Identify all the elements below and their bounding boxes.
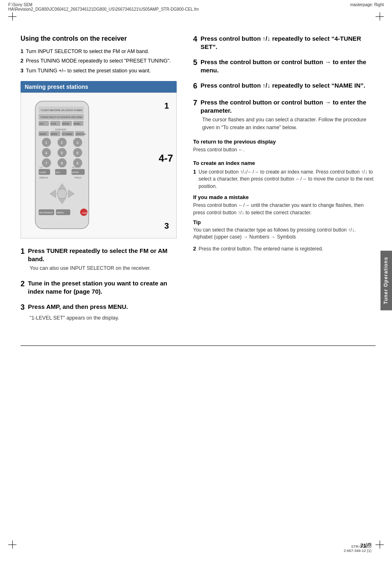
right-step-5-heading: Press the control button or control butt… — [201, 58, 376, 74]
create-step-1-body: Use control button ↑/↓/←/→ to create an … — [198, 169, 376, 190]
svg-text:8: 8 — [61, 161, 63, 165]
crosshair-bottom-right — [376, 540, 384, 549]
svg-text:MUSIC: MUSIC — [74, 123, 81, 125]
create-step-1: 1 Use control button ↑/↓/←/→ to create a… — [193, 169, 376, 190]
remote-label-1: 1 — [164, 101, 169, 111]
right-step-5-num: 5 — [193, 58, 197, 74]
left-step-2-num: 2 — [21, 279, 25, 295]
bottom-info: STR-DG800 2-667-346-12 (1) — [344, 545, 371, 553]
create-step-1-num: 1 — [193, 169, 196, 190]
left-step-3: 3 Press AMP, and then press MENU. "1-LEV… — [21, 303, 177, 322]
prereq-text-3: Turn TUNING +/– to select the preset sta… — [26, 67, 151, 75]
top-right-meta: masterpage: Right — [350, 2, 384, 12]
right-step-4-num: 4 — [193, 35, 197, 51]
svg-text:MENU: MENU — [57, 211, 64, 214]
svg-point-54 — [57, 189, 67, 199]
left-step-1-body: You can also use INPUT SELECTOR on the r… — [30, 264, 177, 272]
crosshair-top-left — [8, 12, 16, 21]
crosshair-bottom-left — [8, 540, 16, 549]
right-step-5: 5 Press the control button or control bu… — [193, 58, 376, 74]
right-step-7-heading: Press the control button or control butt… — [201, 98, 376, 114]
prereq-text-2: Press TUNING MODE repeatedly to select "… — [26, 58, 171, 65]
svg-text:CATEGORY: CATEGORY — [55, 128, 67, 131]
right-step-7: 7 Press the control button or control bu… — [193, 98, 376, 131]
bottom-code: 2-667-346-12 (1) — [344, 549, 371, 553]
prereq-item-1: 1 Turn INPUT SELECTOR to select the FM o… — [21, 48, 177, 56]
page-container: F:\Sony SEM HA\Revision2_DG800\JC060412_… — [0, 0, 392, 561]
right-step-5-header: 5 Press the control button or control bu… — [193, 58, 376, 74]
svg-text:TOOLS: TOOLS — [74, 176, 82, 179]
svg-text:MOVIE: MOVIE — [62, 123, 69, 125]
svg-text:A.F.D.: A.F.D. — [51, 123, 57, 125]
svg-text:2: 2 — [61, 141, 63, 145]
prereq-text-1: Turn INPUT SELECTOR to select the FM or … — [26, 48, 149, 56]
svg-text:7: 7 — [45, 161, 47, 165]
page-divider — [21, 345, 376, 346]
right-step-7-header: 7 Press the control button or control bu… — [193, 98, 376, 114]
svg-text:5: 5 — [61, 151, 63, 155]
right-column: 4 Press control button ↑/↓ repeatedly to… — [189, 35, 376, 329]
svg-text:D.TUNING: D.TUNING — [62, 133, 72, 135]
top-left-text1: F:\Sony SEM — [8, 2, 32, 7]
svg-text:2CH: 2CH — [39, 123, 44, 125]
left-column: Using the controls on the receiver 1 Tur… — [21, 35, 177, 329]
remote-container: TV/SAT MD/TAPE SA-CD/CD TUNER PHONO MULT… — [21, 93, 177, 239]
create-step-2-num: 2 — [193, 246, 196, 253]
svg-text:1: 1 — [45, 141, 47, 145]
svg-text:0/10: 0/10 — [55, 171, 60, 174]
section-heading: Using the controls on the receiver — [21, 35, 177, 43]
bottom-model: STR-DG800 — [344, 545, 371, 549]
svg-text:9: 9 — [76, 161, 78, 165]
prereq-num-3: 3 — [21, 67, 23, 75]
svg-text:ENTER: ENTER — [72, 171, 79, 174]
left-step-2-heading: Tune in the preset station you want to c… — [28, 279, 177, 295]
svg-text:PHONO  MULTI CH  SOURCE  2ND Z: PHONO MULTI CH SOURCE 2ND ZONE — [41, 116, 83, 118]
left-step-1-header: 1 Press TUNER repeatedly to select the F… — [21, 247, 177, 263]
main-content: Using the controls on the receiver 1 Tur… — [0, 14, 392, 345]
svg-text:>10: >10 — [39, 166, 43, 169]
left-step-1: 1 Press TUNER repeatedly to select the F… — [21, 247, 177, 272]
right-step-7-num: 7 — [193, 98, 197, 114]
right-step-6-header: 6 Press control button ↑/↓ repeatedly to… — [193, 81, 376, 91]
right-step-4-heading: Press control button ↑/↓ repeatedly to s… — [201, 35, 376, 51]
tip-body: You can select the character type as fol… — [193, 227, 376, 241]
top-left-text2: HA\Revision2_DG800\JC060412_2667346121DG… — [8, 7, 199, 12]
svg-text:MEMORY: MEMORY — [72, 166, 81, 169]
left-step-3-header: 3 Press AMP, and then press MENU. — [21, 303, 177, 312]
svg-text:SLEEP: SLEEP — [39, 133, 46, 135]
left-step-1-heading: Press TUNER repeatedly to select the FM … — [28, 247, 177, 263]
prereq-list: 1 Turn INPUT SELECTOR to select the FM o… — [21, 48, 177, 75]
left-step-3-body: "1-LEVEL SET" appears on the display. — [30, 314, 177, 322]
side-tab: Tuner Operations — [380, 250, 392, 310]
right-step-6-num: 6 — [193, 81, 197, 91]
prereq-item-3: 3 Turn TUNING +/– to select the preset s… — [21, 67, 177, 75]
remote-label-4-7: 4-7 — [159, 153, 173, 164]
svg-text:6: 6 — [76, 151, 78, 155]
left-step-2: 2 Tune in the preset station you want to… — [21, 279, 177, 295]
right-step-6: 6 Press control button ↑/↓ repeatedly to… — [193, 81, 376, 91]
left-step-2-header: 2 Tune in the preset station you want to… — [21, 279, 177, 295]
right-step-4: 4 Press control button ↑/↓ repeatedly to… — [193, 35, 376, 51]
to-return-heading: To return to the previous display — [193, 139, 376, 145]
blue-box-title: Naming preset stations — [21, 81, 177, 93]
if-mistake-body: Press control button ←/→ until the chara… — [193, 202, 376, 216]
tip-box: Tip You can select the character type as… — [193, 220, 376, 241]
crosshair-top-right — [376, 12, 384, 21]
svg-text:CLEAR: CLEAR — [39, 171, 46, 174]
create-step-2-body: Press the control button. The entered na… — [198, 246, 323, 253]
to-create-heading: To create an index name — [193, 160, 376, 166]
remote-label-3: 3 — [164, 221, 169, 231]
left-step-3-num: 3 — [21, 303, 25, 312]
create-step-2: 2 Press the control button. The entered … — [193, 246, 376, 253]
svg-text:4: 4 — [45, 151, 47, 155]
to-return-body: Press control button ←. — [193, 146, 376, 153]
svg-text:TV/SAT  MD/TAPE  SA-CD/CD  TUN: TV/SAT MD/TAPE SA-CD/CD TUNER — [41, 109, 83, 111]
right-step-7-body: The cursor flashes and you can select a … — [202, 116, 376, 131]
svg-text:3: 3 — [76, 141, 78, 145]
prereq-item-2: 2 Press TUNING MODE repeatedly to select… — [21, 58, 177, 65]
top-left-meta: F:\Sony SEM HA\Revision2_DG800\JC060412_… — [8, 2, 199, 12]
svg-text:AMP: AMP — [82, 212, 88, 214]
tip-heading: Tip — [193, 220, 376, 225]
prereq-num-1: 1 — [21, 48, 23, 56]
right-step-6-heading: Press control button ↑/↓ repeatedly to s… — [201, 81, 365, 91]
